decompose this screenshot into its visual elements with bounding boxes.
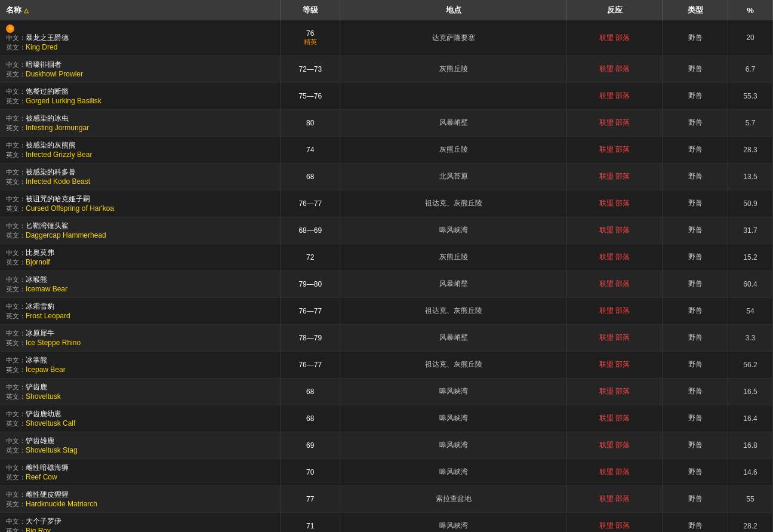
pct-cell: 13.5 [728,163,772,190]
name-cell: 中文：大个子罗伊英文：Big Roy [0,512,281,532]
location-cell: 索拉查盆地 [340,485,567,512]
name-cn: 中文：被感染的灰熊熊 [6,140,274,150]
table-row: 中文：铲齿鹿英文：Shoveltusk68嗥风峡湾联盟 部落野兽16.5 [0,378,773,405]
name-en[interactable]: 英文：Gorged Lurking Basilisk [6,97,274,106]
faction-cell: 联盟 部落 [567,82,663,109]
col-name-header[interactable]: 名称 △ [0,0,281,20]
level-cell: 75—76 [281,82,340,109]
faction-value: 联盟 部落 [599,333,630,342]
level-cell: 68 [281,163,340,190]
type-cell: 野兽 [663,270,728,297]
name-en[interactable]: 英文：Shoveltusk [6,392,274,401]
name-cell: 中文：被感染的灰熊熊英文：Infected Grizzly Bear [0,136,281,163]
faction-cell: 联盟 部落 [567,136,663,163]
name-cn: 中文：冰掌熊 [6,355,274,365]
level-value: 70 [287,468,334,476]
faction-cell: 联盟 部落 [567,459,663,485]
faction-value: 联盟 部落 [599,145,630,153]
name-cell: 中文：冰喉熊英文：Icemaw Bear [0,270,281,297]
table-row: 中文：被感染的灰熊熊英文：Infected Grizzly Bear74灰熊丘陵… [0,136,773,163]
name-cell: 中文：匕鞘湾锤头鲨英文：Daggercap Hammerhead [0,217,281,244]
name-cn: 中文：饱餐过的断骼 [6,87,274,97]
level-value: 74 [287,146,334,154]
faction-cell: 联盟 部落 [567,56,663,82]
pct-cell: 5.7 [728,109,772,136]
level-cell: 68—69 [281,217,340,244]
location-cell: 嗥风峡湾 [340,459,567,485]
level-value: 80 [287,119,334,127]
table-row: 中文：雌性暗礁海狮英文：Reef Cow70嗥风峡湾联盟 部落野兽14.6 [0,459,773,485]
name-en[interactable]: 英文：Hardknuckle Matriarch [6,500,274,509]
level-cell: 80 [281,109,340,136]
name-en[interactable]: 英文：Infesting Jormungar [6,124,274,133]
faction-value: 联盟 部落 [599,441,630,449]
name-cn: 中文：冰霜雪豹 [6,302,274,312]
level-cell: 76—77 [281,297,340,324]
location-cell: 灰熊丘陵 [340,56,567,82]
name-en[interactable]: 英文：Infected Grizzly Bear [6,150,274,159]
faction-cell: 联盟 部落 [567,378,663,405]
type-cell: 野兽 [663,485,728,512]
col-pct-header[interactable]: % [728,0,772,20]
name-cell: ☠中文：暴龙之王爵德英文：King Dred [0,20,281,56]
type-cell: 野兽 [663,136,728,163]
name-en[interactable]: 英文：King Dred [6,43,274,52]
name-en[interactable]: 英文：Shoveltusk Stag [6,446,274,455]
table-row: 中文：冰霜雪豹英文：Frost Leopard76—77祖达克、灰熊丘陵联盟 部… [0,297,773,324]
level-value: 72 [287,253,334,262]
faction-cell: 联盟 部落 [567,351,663,378]
name-en[interactable]: 英文：Cursed Offspring of Har'koa [6,204,274,213]
pct-cell: 16.4 [728,405,772,432]
level-cell: 79—80 [281,270,340,297]
name-en[interactable]: 英文：Reef Cow [6,473,274,482]
name-en[interactable]: 英文：Icepaw Bear [6,365,274,374]
level-value: 68—69 [287,226,334,235]
table-row: 中文：铲齿雄鹿英文：Shoveltusk Stag69嗥风峡湾联盟 部落野兽16… [0,432,773,459]
faction-cell: 联盟 部落 [567,270,663,297]
location-cell: 风暴峭壁 [340,270,567,297]
pct-cell: 31.7 [728,217,772,244]
name-en[interactable]: 英文：Big Roy [6,527,274,532]
location-cell: 北风苔原 [340,163,567,190]
pct-cell: 15.2 [728,244,772,270]
name-en[interactable]: 英文：Duskhowl Prowler [6,70,274,79]
location-cell: 嗥风峡湾 [340,432,567,459]
level-value: 76—77 [287,307,334,315]
level-cell: 68 [281,378,340,405]
pct-cell: 20 [728,20,772,56]
type-cell: 野兽 [663,432,728,459]
faction-value: 联盟 部落 [599,494,630,503]
location-cell: 风暴峭壁 [340,324,567,351]
faction-value: 联盟 部落 [599,360,630,368]
name-cn: 中文：冰喉熊 [6,275,274,285]
col-level-header[interactable]: 等级 [281,0,340,20]
type-cell: 野兽 [663,56,728,82]
name-en[interactable]: 英文：Icemaw Bear [6,285,274,294]
col-faction-header[interactable]: 反应 [567,0,663,20]
level-cell: 71 [281,512,340,532]
level-value: 77 [287,495,334,503]
type-cell: 野兽 [663,82,728,109]
name-en[interactable]: 英文：Shoveltusk Calf [6,419,274,428]
name-en[interactable]: 英文：Daggercap Hammerhead [6,231,274,240]
faction-cell: 联盟 部落 [567,163,663,190]
level-value: 79—80 [287,280,334,288]
table-row: ☠中文：暴龙之王爵德英文：King Dred76精英达克萨隆要塞联盟 部落野兽2… [0,20,773,56]
name-cn: 中文：暗嚎徘徊者 [6,60,274,70]
col-type-header[interactable]: 类型 [663,0,728,20]
location-cell [340,82,567,109]
faction-cell: 联盟 部落 [567,324,663,351]
name-cell: 中文：铲齿雄鹿英文：Shoveltusk Stag [0,432,281,459]
location-cell: 祖达克、灰熊丘陵 [340,190,567,217]
name-cell: 中文：饱餐过的断骼英文：Gorged Lurking Basilisk [0,82,281,109]
name-en[interactable]: 英文：Frost Leopard [6,312,274,321]
col-location-header[interactable]: 地点 [340,0,567,20]
type-cell: 野兽 [663,459,728,485]
type-cell: 野兽 [663,244,728,270]
name-en[interactable]: 英文：Ice Steppe Rhino [6,339,274,348]
level-cell: 76精英 [281,20,340,56]
name-en[interactable]: 英文：Infected Kodo Beast [6,177,274,186]
name-en[interactable]: 英文：Bjornolf [6,258,274,267]
pct-cell: 3.3 [728,324,772,351]
level-cell: 68 [281,405,340,432]
